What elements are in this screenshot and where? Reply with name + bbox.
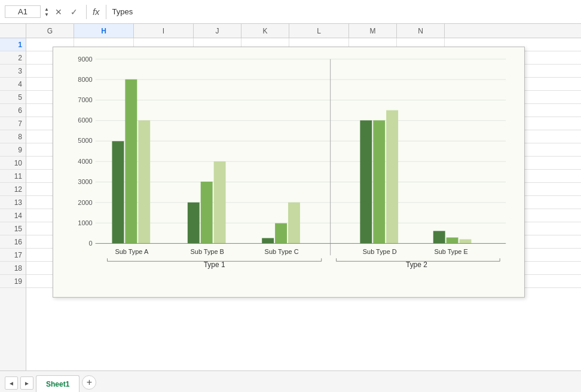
row-header-19: 19 [0, 275, 26, 288]
cell-ref-arrows[interactable]: ▲ ▼ [44, 7, 49, 17]
svg-text:Sub Type D: Sub Type D [363, 248, 397, 255]
svg-rect-28 [275, 223, 287, 244]
grid-body: 12345678910111213141516171819 0 1000 [0, 38, 581, 370]
svg-rect-23 [138, 120, 150, 243]
tabs-bar: ◄ ► Sheet1 + [0, 370, 581, 392]
fx-label: fx [93, 7, 100, 17]
svg-rect-33 [386, 111, 398, 244]
col-header-h[interactable]: H [74, 24, 134, 38]
corner-cell [0, 24, 26, 38]
svg-rect-32 [373, 120, 385, 243]
svg-text:0: 0 [89, 240, 93, 247]
svg-rect-34 [433, 231, 445, 244]
sheet-tab-sheet1[interactable]: Sheet1 [36, 375, 79, 392]
divider2 [106, 5, 106, 19]
svg-text:Sub Type B: Sub Type B [191, 248, 224, 255]
col-header-j[interactable]: J [194, 24, 241, 38]
row-header-8: 8 [0, 130, 26, 143]
svg-rect-25 [201, 182, 213, 243]
svg-text:8000: 8000 [78, 76, 92, 83]
row-header-1: 1 [0, 38, 26, 51]
row-header-2: 2 [0, 51, 26, 65]
col-header-l[interactable]: L [289, 24, 349, 38]
col-header-i[interactable]: I [134, 24, 194, 38]
svg-rect-26 [214, 161, 226, 243]
row-header-16: 16 [0, 235, 26, 249]
row-header-5: 5 [0, 91, 26, 104]
svg-text:Sub Type E: Sub Type E [434, 248, 467, 255]
col-header-n[interactable]: N [397, 24, 445, 38]
svg-rect-36 [460, 239, 472, 243]
svg-rect-29 [288, 203, 300, 244]
svg-text:Type 2: Type 2 [406, 261, 427, 269]
svg-text:Sub Type C: Sub Type C [265, 248, 299, 255]
row-header-4: 4 [0, 78, 26, 91]
row-header-9: 9 [0, 143, 26, 157]
svg-text:3000: 3000 [78, 178, 92, 185]
svg-text:2000: 2000 [78, 199, 92, 206]
row-header-7: 7 [0, 117, 26, 130]
svg-text:6000: 6000 [78, 117, 92, 124]
column-headers: G H I J K L M N [0, 24, 581, 38]
cell-reference[interactable]: A1 [5, 5, 41, 18]
svg-text:7000: 7000 [78, 96, 92, 103]
col-header-k[interactable]: K [241, 24, 289, 38]
formula-input[interactable]: Types [112, 7, 576, 16]
svg-text:1000: 1000 [78, 219, 92, 226]
col-header-m[interactable]: M [349, 24, 397, 38]
col-header-g[interactable]: G [26, 24, 74, 38]
tab-next-button[interactable]: ► [20, 376, 33, 390]
svg-rect-22 [125, 79, 137, 244]
svg-rect-27 [262, 238, 274, 243]
add-sheet-button[interactable]: + [82, 375, 96, 390]
svg-rect-31 [360, 120, 372, 243]
tab-prev-button[interactable]: ◄ [5, 376, 18, 390]
row-header-18: 18 [0, 262, 26, 275]
row-header-6: 6 [0, 104, 26, 117]
grid-cells: 0 1000 2000 3000 4000 5000 6000 7000 [26, 38, 581, 370]
row-header-17: 17 [0, 249, 26, 262]
formula-bar: A1 ▲ ▼ ✕ ✓ fx Types [0, 0, 581, 24]
svg-text:Sub Type A: Sub Type A [115, 248, 148, 255]
row-header-11: 11 [0, 170, 26, 183]
chart-svg: 0 1000 2000 3000 4000 5000 6000 7000 [59, 53, 518, 291]
row-headers: 12345678910111213141516171819 [0, 38, 26, 370]
svg-rect-21 [112, 141, 124, 243]
cancel-button[interactable]: ✕ [53, 7, 65, 17]
svg-rect-24 [188, 203, 200, 244]
row-header-12: 12 [0, 183, 26, 196]
svg-text:Type 1: Type 1 [204, 261, 225, 269]
svg-text:9000: 9000 [78, 56, 92, 63]
row-header-14: 14 [0, 209, 26, 222]
svg-text:4000: 4000 [78, 158, 92, 165]
divider [86, 5, 87, 19]
row-header-3: 3 [0, 65, 26, 78]
spreadsheet: G H I J K L M N 123456789101112131415161… [0, 24, 581, 370]
chart-container[interactable]: 0 1000 2000 3000 4000 5000 6000 7000 [53, 47, 525, 298]
confirm-button[interactable]: ✓ [68, 7, 80, 17]
row-header-10: 10 [0, 157, 26, 170]
svg-text:5000: 5000 [78, 137, 92, 144]
row-header-15: 15 [0, 222, 26, 235]
svg-rect-35 [447, 237, 458, 243]
row-header-13: 13 [0, 196, 26, 209]
